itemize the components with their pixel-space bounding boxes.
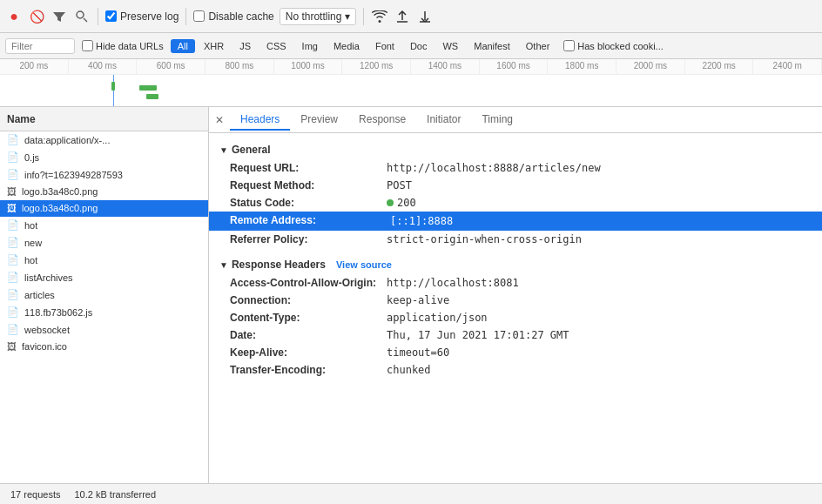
- tab-css[interactable]: CSS: [259, 39, 293, 53]
- timeline-content: [0, 75, 822, 107]
- remote-address-key: Remote Address:: [230, 214, 387, 226]
- file-icon: 🖼: [7, 186, 17, 197]
- file-name: info?t=1623949287593: [24, 170, 123, 180]
- wifi-icon: [372, 10, 387, 23]
- throttle-select[interactable]: No throttling ▾: [280, 8, 357, 25]
- left-panel: Name 📄 data:application/x-... 📄 0.js 📄 i…: [0, 107, 209, 483]
- filter-bar: Hide data URLs All XHR JS CSS Img Media …: [0, 33, 822, 59]
- tick-200: 200 ms: [0, 59, 69, 74]
- access-control-row: Access-Control-Allow-Origin: http://loca…: [209, 274, 822, 292]
- hide-data-urls-input[interactable]: [82, 40, 93, 51]
- filter-input[interactable]: [5, 38, 75, 54]
- file-name: articles: [24, 290, 55, 300]
- preserve-log-input[interactable]: [105, 10, 117, 22]
- disable-cache-label: Disable cache: [208, 10, 273, 23]
- tick-1000: 1000 ms: [274, 59, 343, 74]
- tabs-bar: ✕ Headers Preview Response Initiator Tim…: [209, 107, 822, 133]
- tick-1200: 1200 ms: [342, 59, 411, 74]
- list-item[interactable]: 🖼 favicon.ico: [0, 339, 208, 355]
- tick-1800: 1800 ms: [548, 59, 616, 74]
- list-item[interactable]: 📄 info?t=1623949287593: [0, 166, 208, 184]
- list-item[interactable]: 📄 data:application/x-...: [0, 131, 208, 149]
- list-item[interactable]: 📄 articles: [0, 286, 208, 304]
- request-url-key: Request URL:: [230, 162, 387, 174]
- close-tab-button[interactable]: ✕: [212, 113, 226, 127]
- list-item[interactable]: 📄 118.fb73b062.js: [0, 304, 208, 321]
- file-icon: 📄: [7, 169, 19, 180]
- content-type-row: Content-Type: application/json: [209, 309, 822, 326]
- filter-button[interactable]: [51, 8, 68, 25]
- list-item[interactable]: 📄 listArchives: [0, 269, 208, 286]
- remote-address-row[interactable]: Remote Address: [::1]:8888: [209, 212, 822, 231]
- transfer-encoding-row: Transfer-Encoding: chunked: [209, 361, 822, 379]
- tab-ws[interactable]: WS: [435, 39, 465, 53]
- file-name: listArchives: [24, 272, 73, 283]
- tab-headers[interactable]: Headers: [230, 110, 290, 131]
- file-icon: 📄: [7, 134, 19, 145]
- connection-row: Connection: keep-alive: [209, 292, 822, 309]
- tick-1600: 1600 ms: [480, 59, 549, 74]
- status-code-value: 200: [387, 197, 416, 209]
- keep-alive-row: Keep-Alive: timeout=60: [209, 344, 822, 361]
- has-blocked-cookies-checkbox[interactable]: Has blocked cooki...: [563, 40, 663, 51]
- status-code-key: Status Code:: [230, 197, 387, 209]
- disable-cache-input[interactable]: [193, 10, 205, 22]
- general-section-header[interactable]: ▼ General: [209, 140, 822, 159]
- file-name: 0.js: [24, 152, 39, 163]
- file-icon: 📄: [7, 272, 19, 283]
- tab-response[interactable]: Response: [348, 110, 416, 131]
- stop-button[interactable]: 🚫: [28, 8, 45, 25]
- tab-initiator[interactable]: Initiator: [416, 110, 471, 131]
- disable-cache-checkbox[interactable]: Disable cache: [193, 10, 273, 23]
- request-method-key: Request Method:: [230, 179, 387, 192]
- wifi-button[interactable]: [371, 8, 388, 25]
- file-icon: 🖼: [7, 203, 17, 213]
- tick-2200: 2200 ms: [685, 59, 754, 74]
- tab-other[interactable]: Other: [519, 39, 557, 53]
- preserve-log-checkbox[interactable]: Preserve log: [105, 10, 179, 23]
- tab-font[interactable]: Font: [368, 39, 401, 53]
- general-arrow: ▼: [219, 145, 228, 155]
- list-item-selected[interactable]: 🖼 logo.b3a48c0.png: [0, 200, 208, 217]
- tab-all[interactable]: All: [171, 39, 195, 53]
- tab-preview[interactable]: Preview: [290, 110, 348, 131]
- record-button[interactable]: ●: [5, 8, 23, 25]
- transfer-encoding-value: chunked: [387, 364, 431, 376]
- left-list: 📄 data:application/x-... 📄 0.js 📄 info?t…: [0, 131, 208, 483]
- timeline-cursor: [113, 75, 114, 107]
- hide-data-urls-checkbox[interactable]: Hide data URLs: [82, 40, 164, 51]
- general-section-label: General: [232, 144, 271, 156]
- list-item[interactable]: 📄 new: [0, 234, 208, 252]
- detail-content: ▼ General Request URL: http://localhost:…: [209, 133, 822, 483]
- response-headers-section-header[interactable]: ▼ Response Headers View source: [209, 255, 822, 274]
- file-icon: 📄: [7, 254, 19, 265]
- list-item[interactable]: 📄 0.js: [0, 149, 208, 166]
- list-item[interactable]: 📄 hot: [0, 217, 208, 234]
- request-url-value: http://localhost:8888/articles/new: [387, 162, 601, 174]
- has-blocked-cookies-input[interactable]: [563, 40, 575, 51]
- response-headers-label: Response Headers: [232, 259, 326, 271]
- search-button[interactable]: [73, 8, 91, 25]
- list-item[interactable]: 📄 websocket: [0, 321, 208, 339]
- tab-timing[interactable]: Timing: [471, 110, 523, 131]
- file-name: new: [24, 238, 42, 248]
- list-item[interactable]: 📄 hot: [0, 252, 208, 269]
- tab-media[interactable]: Media: [327, 39, 367, 53]
- keep-alive-key: Keep-Alive:: [230, 346, 387, 359]
- tab-xhr[interactable]: XHR: [197, 39, 231, 53]
- transferred-size: 10.2 kB transferred: [74, 489, 156, 500]
- tick-2000: 2000 ms: [616, 59, 685, 74]
- view-source-link[interactable]: View source: [336, 259, 392, 270]
- tab-img[interactable]: Img: [295, 39, 325, 53]
- tick-600: 600 ms: [137, 59, 206, 74]
- search-icon: [75, 10, 89, 24]
- tab-manifest[interactable]: Manifest: [467, 39, 517, 53]
- tab-doc[interactable]: Doc: [403, 39, 435, 53]
- status-dot: [387, 199, 394, 206]
- tab-js[interactable]: JS: [232, 39, 258, 53]
- download-button[interactable]: [416, 8, 434, 25]
- upload-button[interactable]: [394, 8, 411, 25]
- date-row: Date: Thu, 17 Jun 2021 17:01:27 GMT: [209, 326, 822, 344]
- list-item[interactable]: 🖼 logo.b3a48c0.png: [0, 184, 208, 200]
- tick-800: 800 ms: [206, 59, 274, 74]
